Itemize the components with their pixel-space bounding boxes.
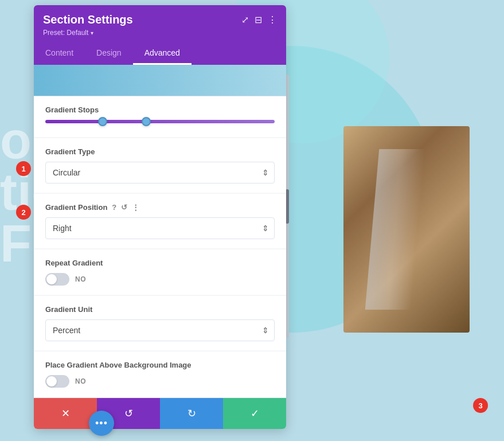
redo-button[interactable]: ↻ (160, 398, 223, 429)
repeat-gradient-toggle-label: NO (75, 275, 86, 283)
tab-advanced[interactable]: Advanced (133, 42, 192, 65)
bg-photo (343, 126, 470, 333)
badge-3: 3 (473, 398, 488, 413)
gradient-position-select[interactable]: Left Right Top Bottom Center Custom (45, 217, 275, 239)
gradient-stops-section: Gradient Stops (34, 96, 286, 137)
gradient-type-section: Gradient Type Linear Circular Conic Radi… (34, 138, 286, 193)
check-button[interactable]: ✓ (223, 398, 286, 429)
reset-icon[interactable]: ↺ (121, 203, 127, 212)
gradient-unit-label: Gradient Unit (45, 305, 275, 314)
toggle-knob (46, 274, 57, 284)
gradient-position-section: Gradient Position ? ↺ ⋮ Left Right Top B… (34, 194, 286, 248)
place-gradient-section: Place Gradient Above Background Image NO (34, 352, 286, 397)
gradient-position-label: Gradient Position ? ↺ ⋮ (45, 203, 275, 212)
floating-dots-button[interactable]: ••• (89, 411, 114, 436)
columns-icon[interactable]: ⊟ (255, 14, 262, 25)
gradient-stops-label: Gradient Stops (45, 106, 275, 114)
repeat-gradient-toggle-row: NO (45, 273, 275, 286)
place-gradient-toggle-label: NO (75, 377, 86, 385)
panel-title: Section Settings (43, 13, 133, 26)
gradient-unit-section: Gradient Unit Percent Pixel ⇕ (34, 296, 286, 350)
color-preview-strip[interactable] (34, 65, 286, 96)
place-gradient-toggle[interactable] (45, 375, 69, 388)
gradient-position-actions: ? ↺ ⋮ (112, 203, 139, 212)
repeat-gradient-label: Repeat Gradient (45, 259, 275, 267)
cancel-button[interactable]: ✕ (34, 398, 97, 429)
repeat-gradient-section: Repeat Gradient NO (34, 249, 286, 295)
gradient-type-label: Gradient Type (45, 147, 275, 156)
help-icon[interactable]: ? (112, 203, 116, 212)
gradient-unit-select[interactable]: Percent Pixel (45, 319, 275, 341)
gradient-stops-slider[interactable] (45, 120, 275, 123)
gradient-type-select[interactable]: Linear Circular Conic Radial (45, 162, 275, 184)
panel-header-top: Section Settings ⤢ ⊟ ⋮ (43, 13, 277, 26)
panel-body: Gradient Stops Gradient Type Linear Circ… (34, 65, 286, 398)
more-options-icon[interactable]: ⋮ (268, 14, 277, 25)
tab-design[interactable]: Design (85, 42, 133, 65)
place-gradient-toggle-row: NO (45, 375, 275, 388)
panel-header: Section Settings ⤢ ⊟ ⋮ Preset: Default ▾ (34, 5, 286, 42)
panel-footer: ✕ ↺ ↻ ✓ (34, 398, 286, 429)
preset-label[interactable]: Preset: Default ▾ (43, 29, 277, 37)
slider-thumb-1[interactable] (98, 117, 107, 126)
gradient-unit-select-wrapper: Percent Pixel ⇕ (45, 319, 275, 341)
preset-arrow: ▾ (91, 30, 93, 36)
badge-2: 2 (16, 205, 31, 220)
tab-content[interactable]: Content (34, 42, 85, 65)
repeat-gradient-toggle[interactable] (45, 273, 69, 286)
place-gradient-label: Place Gradient Above Background Image (45, 361, 275, 369)
badge-1: 1 (16, 161, 31, 176)
more-icon[interactable]: ⋮ (132, 203, 139, 212)
panel-header-icons: ⤢ ⊟ ⋮ (241, 14, 277, 25)
expand-icon[interactable]: ⤢ (241, 14, 249, 25)
slider-thumb-2[interactable] (142, 117, 151, 126)
place-gradient-toggle-knob (46, 376, 57, 387)
gradient-type-select-wrapper: Linear Circular Conic Radial ⇕ (45, 162, 275, 184)
panel-tabs: Content Design Advanced (34, 42, 286, 65)
floating-dots-icon: ••• (95, 417, 108, 430)
section-settings-panel: Section Settings ⤢ ⊟ ⋮ Preset: Default ▾… (34, 5, 286, 429)
gradient-position-select-wrapper: Left Right Top Bottom Center Custom ⇕ (45, 217, 275, 239)
